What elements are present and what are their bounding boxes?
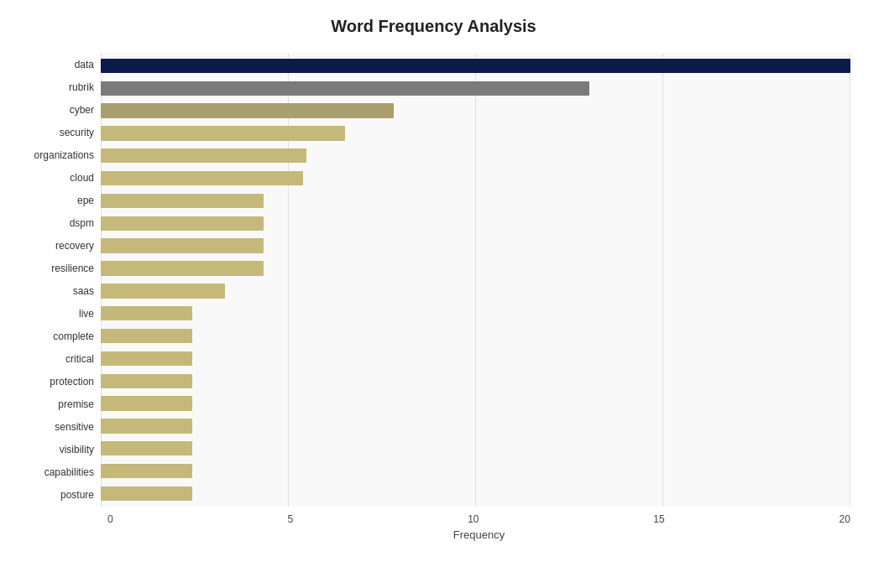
bar-row [101, 258, 850, 280]
bar-row [101, 212, 850, 235]
y-label: live [79, 309, 94, 319]
y-label: data [75, 60, 94, 70]
x-tick: 20 [840, 513, 850, 525]
y-label: recovery [55, 241, 94, 251]
bars-wrapper [101, 53, 850, 507]
bar-row [101, 415, 850, 438]
y-label: posture [60, 490, 94, 500]
bar [101, 81, 589, 96]
y-label: cloud [70, 173, 94, 183]
bar-row [101, 100, 850, 122]
y-label: saas [73, 286, 94, 296]
y-label: security [60, 127, 94, 138]
bar [101, 59, 850, 73]
bar [101, 148, 306, 163]
chart-area: datarubrikcybersecurityorganizationsclou… [17, 53, 850, 507]
y-label: rubrik [69, 82, 94, 92]
x-tick: 10 [468, 513, 479, 525]
bar [101, 238, 264, 252]
bar [101, 329, 192, 343]
bar-row [101, 347, 850, 370]
bar-row [101, 393, 850, 415]
bar-row [101, 122, 850, 145]
y-label: protection [50, 377, 94, 387]
y-label: sensitive [55, 422, 94, 432]
bar [101, 441, 192, 455]
bar-row [101, 167, 850, 190]
bar [101, 126, 345, 140]
y-label: organizations [34, 150, 94, 160]
bar-row [101, 482, 850, 505]
chart-title: Word Frequency Analysis [17, 17, 850, 36]
bar-row [101, 77, 850, 100]
x-tick: 5 [288, 513, 294, 525]
y-label: visibility [60, 445, 94, 455]
bar [101, 284, 225, 298]
bar [101, 194, 264, 208]
x-tick: 15 [653, 513, 664, 525]
bar [101, 306, 192, 320]
y-label: complete [53, 331, 94, 341]
chart-container: Word Frequency Analysis datarubrikcybers… [0, 0, 884, 588]
bar [101, 396, 192, 410]
bar [101, 419, 192, 433]
y-label: dspm [70, 218, 94, 228]
bar-row [101, 325, 850, 347]
bar [101, 487, 192, 501]
x-axis: 05101520 [107, 513, 850, 525]
y-label: critical [65, 354, 94, 364]
bar-row [101, 279, 850, 302]
x-tick: 0 [107, 513, 113, 525]
bar-row [101, 437, 850, 460]
y-labels: datarubrikcybersecurityorganizationsclou… [17, 53, 101, 507]
bar-row [101, 190, 850, 212]
x-axis-label: Frequency [107, 528, 850, 541]
bar-row [101, 370, 850, 393]
bar-row [101, 144, 850, 167]
bar [101, 171, 303, 185]
bar [101, 374, 192, 388]
y-label: premise [58, 399, 94, 409]
y-label: cyber [70, 105, 94, 115]
y-label: capabilities [44, 467, 94, 477]
bar [101, 261, 264, 275]
bars-and-grid [101, 53, 850, 507]
y-label: resilience [51, 263, 94, 273]
y-label: epe [77, 195, 94, 206]
bar [101, 351, 192, 366]
bar-row [101, 235, 850, 258]
bar-row [101, 302, 850, 325]
bar [101, 464, 192, 478]
bar [101, 103, 394, 117]
bar-row [101, 55, 850, 77]
bar-row [101, 460, 850, 482]
bar [101, 216, 264, 231]
